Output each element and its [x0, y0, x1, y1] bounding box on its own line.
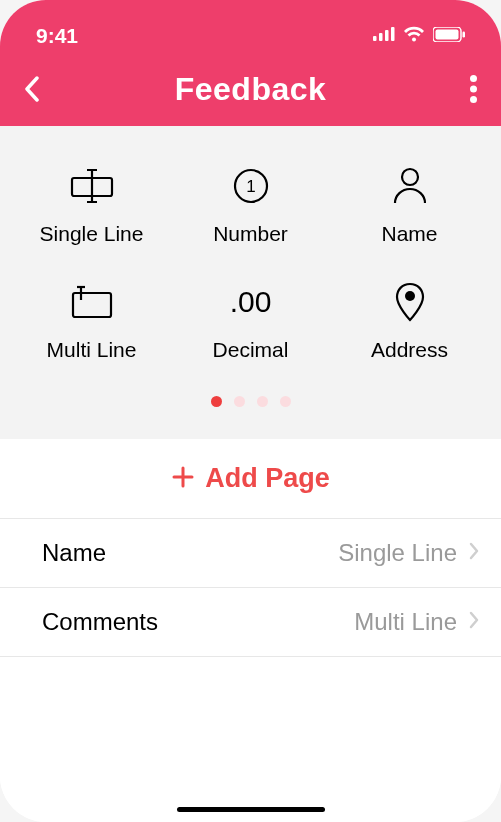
field-type-label: Multi Line: [354, 608, 457, 636]
field-type-multi-line[interactable]: Multi Line: [12, 280, 171, 362]
multi-line-icon: [71, 280, 113, 324]
svg-rect-6: [463, 31, 466, 37]
back-button[interactable]: [24, 76, 64, 102]
page-title: Feedback: [175, 71, 327, 108]
svg-point-20: [405, 291, 415, 301]
chevron-right-icon: [469, 542, 479, 564]
field-name-label: Comments: [42, 608, 158, 636]
chevron-left-icon: [24, 76, 40, 102]
field-type-name[interactable]: Name: [330, 164, 489, 246]
field-type-single-line[interactable]: Single Line: [12, 164, 171, 246]
status-icons: [373, 26, 465, 46]
number-icon: 1: [233, 164, 269, 208]
phone-frame: 9:41 Feedback: [0, 0, 501, 822]
field-name-label: Name: [42, 539, 106, 567]
page-dot: [280, 396, 291, 407]
nav-bar: Feedback: [0, 62, 501, 126]
svg-point-8: [470, 86, 477, 93]
field-type-decimal[interactable]: .00 Decimal: [171, 280, 330, 362]
add-page-button[interactable]: Add Page: [0, 439, 501, 519]
plus-icon: [171, 465, 195, 493]
svg-rect-3: [391, 27, 395, 41]
more-button[interactable]: [437, 75, 477, 103]
signal-icon: [373, 27, 395, 45]
field-palette: Single Line 1 Number Name Multi Line: [0, 126, 501, 439]
field-row[interactable]: Name Single Line: [0, 519, 501, 588]
palette-label: Decimal: [213, 338, 289, 362]
palette-label: Multi Line: [47, 338, 137, 362]
field-type-address[interactable]: Address: [330, 280, 489, 362]
home-indicator[interactable]: [177, 807, 325, 812]
add-page-label: Add Page: [205, 463, 330, 494]
page-dot: [257, 396, 268, 407]
svg-rect-0: [373, 36, 377, 41]
chevron-right-icon: [469, 611, 479, 633]
palette-label: Number: [213, 222, 288, 246]
page-indicator[interactable]: [12, 396, 489, 407]
status-bar: 9:41: [0, 0, 501, 62]
svg-rect-17: [73, 293, 111, 317]
svg-text:1: 1: [246, 177, 255, 196]
page-dot: [234, 396, 245, 407]
battery-icon: [433, 27, 465, 46]
person-icon: [392, 164, 428, 208]
palette-label: Address: [371, 338, 448, 362]
svg-rect-2: [385, 30, 389, 41]
palette-label: Single Line: [40, 222, 144, 246]
palette-label: Name: [381, 222, 437, 246]
svg-point-16: [402, 169, 418, 185]
page-dot: [211, 396, 222, 407]
svg-point-7: [470, 75, 477, 82]
single-line-icon: [70, 164, 114, 208]
wifi-icon: [403, 26, 425, 46]
location-pin-icon: [395, 280, 425, 324]
field-list: Name Single Line Comments Multi Line: [0, 519, 501, 822]
kebab-icon: [470, 75, 477, 103]
svg-rect-5: [436, 29, 459, 39]
svg-point-9: [470, 96, 477, 103]
field-type-number[interactable]: 1 Number: [171, 164, 330, 246]
decimal-icon: .00: [230, 280, 272, 324]
field-row[interactable]: Comments Multi Line: [0, 588, 501, 657]
status-time: 9:41: [36, 24, 78, 48]
field-type-label: Single Line: [338, 539, 457, 567]
svg-rect-1: [379, 33, 383, 41]
